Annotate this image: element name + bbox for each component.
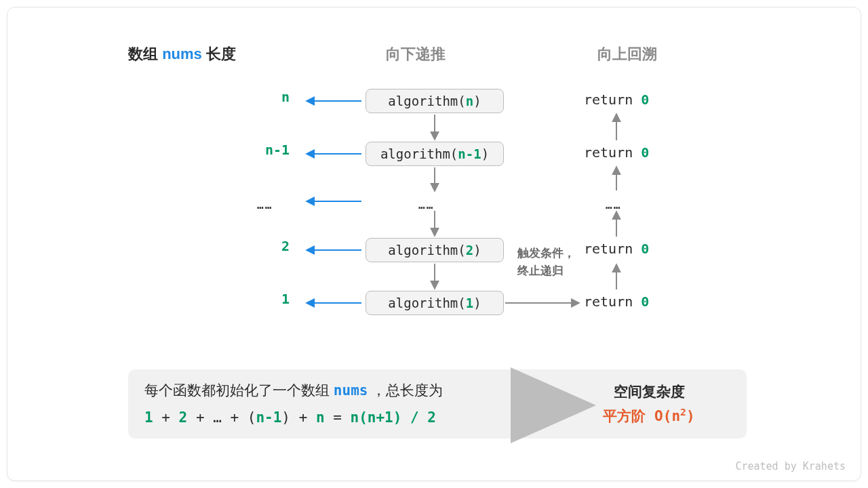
param-n: n [127,89,290,105]
ret-val: 0 [641,241,649,257]
alg-close: ) [473,296,481,310]
param-n-1: n-1 [127,142,290,158]
alg-fn: algorithm( [388,243,465,258]
complexity-value: 平方阶 O(n2) [568,404,730,429]
return-n: return 0 [584,92,649,108]
alg-close: ) [473,243,481,258]
return-n-1: return 0 [584,144,649,161]
note-line1: 触发条件， [517,247,575,260]
alg-box-n-1: algorithm(n-1) [366,142,504,166]
ret-ellipsis: …… [606,199,621,211]
summary-text: 每个函数都初始化了一个数组 nums ，总长度为 1 + 2 + … + (n-… [144,377,568,432]
diagram-canvas: 数组 nums 长度 向下递推 向上回溯 n algorithm(n) retu… [7,7,861,481]
eq-eq: = [325,409,351,426]
note-line2: 终止递归 [517,264,564,277]
ret-kw: return [584,241,641,257]
header-var-nums: nums [162,45,202,62]
ret-kw: return [584,144,641,161]
return-1: return 0 [584,293,649,310]
bigo-prefix: 平方阶 O(n [603,408,680,424]
column-headers: 数组 nums 长度 向下递推 向上回溯 [7,44,861,66]
alg-close: ) [473,94,481,108]
row-n-1: n-1 algorithm(n-1) return 0 [7,142,861,169]
row-1: 1 algorithm(1) return 0 [7,291,861,318]
header-left-suffix: 长度 [202,45,236,62]
eq-p2: + … + ( [187,409,256,426]
param-1: 1 [127,291,290,307]
eq-b: 2 [179,409,188,426]
summary-box: 每个函数都初始化了一个数组 nums ，总长度为 1 + 2 + … + (n-… [128,369,747,439]
alg-fn: algorithm( [388,94,465,108]
ret-kw: return [584,92,641,108]
header-array-length: 数组 nums 长度 [128,44,236,64]
alg-arg: n [466,94,473,108]
eq-rhs: n(n+1) / 2 [351,409,436,426]
ret-val: 0 [641,92,649,108]
eq-close: ) + [281,409,316,426]
alg-close: ) [481,146,489,161]
eq-d: n [316,409,325,426]
alg-box-1: algorithm(1) [366,291,504,315]
summary-line1-prefix: 每个函数都初始化了一个数组 [144,382,334,398]
param-2: 2 [127,238,290,254]
alg-arg: 1 [466,296,473,310]
eq-a: 1 [144,409,153,426]
complexity-label: 空间复杂度 [568,380,730,404]
row-n: n algorithm(n) return 0 [7,89,861,116]
alg-box-n: algorithm(n) [366,89,504,113]
eq-c: n-1 [256,409,281,426]
alg-arg: n-1 [458,146,481,161]
alg-arg: 2 [466,243,473,258]
ret-val: 0 [641,144,649,161]
termination-note: 触发条件， 终止递归 [517,245,575,279]
return-2: return 0 [584,241,649,257]
eq-p1: + [153,409,179,426]
ret-kw: return [584,293,641,310]
param-ellipsis: …… [257,199,273,211]
alg-fn: algorithm( [380,146,458,161]
summary-line1-suffix: ，总长度为 [368,382,443,398]
header-recurse-down: 向下递推 [386,44,446,64]
bigo-sup: 2 [680,406,686,418]
ret-val: 0 [641,293,649,310]
header-left-prefix: 数组 [128,45,162,62]
alg-box-2: algorithm(2) [366,238,504,262]
credit-text: Created by Krahets [735,460,846,472]
complexity-badge: 空间复杂度 平方阶 O(n2) [568,380,730,428]
alg-ellipsis: …… [418,199,434,211]
header-recurse-up: 向上回溯 [597,44,657,64]
row-2: 2 algorithm(2) return 0 [7,238,861,265]
alg-fn: algorithm( [388,296,465,310]
row-ellipsis: …… …… …… [7,195,861,222]
summary-var-nums: nums [334,382,368,399]
bigo-suffix: ) [686,408,695,424]
